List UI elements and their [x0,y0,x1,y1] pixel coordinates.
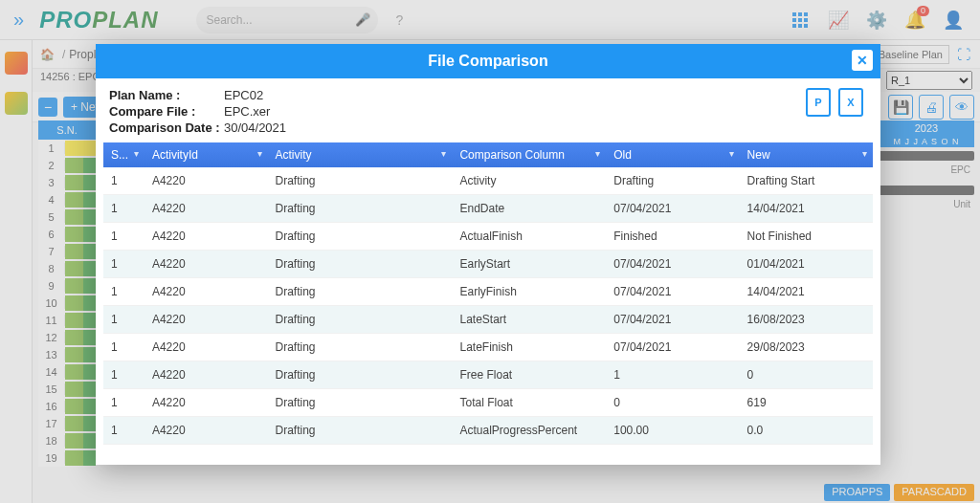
table-row[interactable]: 1A4220DraftingTotal Float0619 [103,389,873,417]
table-row[interactable]: 1A4220DraftingActivityDraftingDrafting S… [103,167,873,195]
col-new[interactable]: New▾ [740,142,873,167]
col-comparison[interactable]: Comparison Column▾ [452,142,606,167]
plan-name-value: EPC02 [224,88,263,102]
comparison-date-label: Comparison Date : [109,120,224,135]
table-row[interactable]: 1A4220DraftingEarlyFinish07/04/202114/04… [103,278,873,306]
table-row[interactable]: 1A4220DraftingEarlyStart07/04/202101/04/… [103,251,873,278]
close-icon[interactable]: ✕ [852,50,873,71]
modal-header: File Comparison ✕ [96,44,880,78]
filter-icon: ▾ [729,148,734,159]
table-row[interactable]: 1A4220DraftingActualFinishFinishedNot Fi… [103,223,873,251]
compare-file-label: Compare File : [109,104,224,119]
comparison-table-wrap[interactable]: S...▾ ActivityId▾ Activity▾ Comparison C… [103,142,873,455]
table-row[interactable]: 1A4220DraftingActualProgressPercent100.0… [103,417,873,445]
export-pdf-button[interactable]: P [806,88,831,117]
filter-icon: ▾ [595,148,600,159]
export-excel-button[interactable]: X [838,88,863,117]
modal-info: Plan Name :EPC02 Compare File :EPC.xer C… [96,78,880,142]
table-header-row: S...▾ ActivityId▾ Activity▾ Comparison C… [103,142,873,167]
plan-name-label: Plan Name : [109,88,224,102]
filter-icon: ▾ [134,148,139,159]
col-old[interactable]: Old▾ [606,142,739,167]
table-row[interactable]: 1A4220DraftingLateStart07/04/202116/08/2… [103,306,873,334]
col-activityid[interactable]: ActivityId▾ [145,142,268,167]
file-comparison-modal: File Comparison ✕ Plan Name :EPC02 Compa… [96,44,880,465]
filter-icon: ▾ [257,148,262,159]
compare-file-value: EPC.xer [224,104,270,119]
filter-icon: ▾ [441,148,446,159]
comparison-date-value: 30/04/2021 [224,120,286,135]
col-activity[interactable]: Activity▾ [268,142,453,167]
table-row[interactable]: 1A4220DraftingLateFinish07/04/202129/08/… [103,334,873,361]
col-sn[interactable]: S...▾ [103,142,145,167]
table-row[interactable]: 1A4220DraftingEndDate07/04/202114/04/202… [103,195,873,223]
comparison-table: S...▾ ActivityId▾ Activity▾ Comparison C… [103,142,873,445]
modal-title: File Comparison [428,53,547,70]
filter-icon: ▾ [862,148,867,159]
table-row[interactable]: 1A4220DraftingFree Float10 [103,361,873,389]
